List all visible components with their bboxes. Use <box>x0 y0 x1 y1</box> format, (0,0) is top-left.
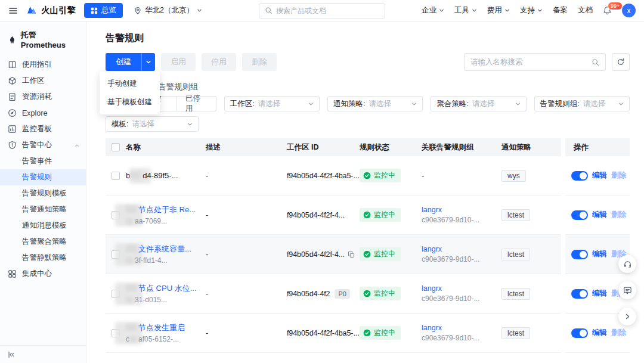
col-name: 名称 <box>126 138 206 156</box>
notify-policy-filter-select[interactable]: 通知策略: 请选择 <box>327 96 423 111</box>
create-dropdown-caret[interactable] <box>141 53 155 71</box>
nav-enterprise[interactable]: 企业 <box>422 5 444 15</box>
delete-link[interactable]: 删除 <box>611 170 626 181</box>
customer-service-button[interactable] <box>618 255 636 273</box>
sidebar-item-alert-rule-templates[interactable]: 告警规则模板 <box>0 185 86 201</box>
rule-enabled-toggle[interactable] <box>571 289 588 299</box>
rule-group-link[interactable]: langrx <box>422 324 442 332</box>
aggregation-policy-filter-select[interactable]: 聚合策略: 请选择 <box>431 96 526 111</box>
col-actions: 操作 <box>565 138 630 156</box>
enable-button[interactable]: 启用 <box>161 53 196 71</box>
rule-id: 3f-ffd1-4... <box>135 256 167 265</box>
row-checkbox[interactable] <box>112 250 120 259</box>
rule-enabled-toggle[interactable] <box>571 171 588 181</box>
create-button[interactable]: 创建 <box>106 53 155 71</box>
sidebar-item-alert-events[interactable]: 告警事件 <box>0 153 86 169</box>
rule-group-link[interactable]: langrx <box>422 284 442 293</box>
status-filter-stopped[interactable]: 已停用 <box>177 96 216 111</box>
chevron-down-icon <box>411 101 417 107</box>
rule-group-id: c90e3679-9d10-... <box>422 216 479 224</box>
sidebar-item-notify-message-templates[interactable]: 通知消息模板 <box>0 218 86 234</box>
sidebar-item-guide[interactable]: 使用指引 <box>0 57 86 73</box>
collapse-sidebar-icon[interactable] <box>7 350 16 359</box>
floating-helper-buttons <box>618 255 636 325</box>
search-icon[interactable] <box>592 58 599 66</box>
row-checkbox[interactable] <box>112 329 120 337</box>
expand-panel-button[interactable] <box>618 308 636 325</box>
row-checkbox[interactable] <box>112 172 120 180</box>
nav-tools[interactable]: 工具 <box>454 5 477 15</box>
rule-name-link[interactable]: 节点 CPU 水位... <box>138 284 197 293</box>
sidebar-item-alert-rules[interactable]: 告警规则 <box>0 169 86 185</box>
survey-feedback-button[interactable] <box>618 281 636 299</box>
name-search[interactable] <box>464 53 606 71</box>
rule-enabled-toggle[interactable] <box>571 250 588 259</box>
workspace-filter-select[interactable]: 工作区: 请选择 <box>224 96 320 111</box>
sidebar-item-alert-silence-policies[interactable]: 告警静默策略 <box>0 250 86 266</box>
avatar[interactable]: x <box>622 4 636 17</box>
edit-link[interactable]: 编辑 <box>592 249 607 259</box>
status-badge: 监控中 <box>360 247 401 261</box>
template-filter-select[interactable]: 模板: 请选择 <box>106 116 199 132</box>
edit-link[interactable]: 编辑 <box>592 170 607 181</box>
disable-button[interactable]: 停用 <box>202 53 236 71</box>
menu-item-template-create[interactable]: 基于模板创建 <box>100 93 160 111</box>
brand-logo[interactable]: 火山引擎 <box>26 5 76 16</box>
delete-button[interactable]: 删除 <box>242 53 277 71</box>
global-search[interactable] <box>259 3 385 18</box>
redaction-blur <box>126 284 137 291</box>
rule-tabs: 告警规则 告警规则组 <box>106 78 630 96</box>
row-checkbox[interactable] <box>112 211 120 219</box>
global-search-input[interactable] <box>276 7 379 15</box>
sidebar-item-explore[interactable]: Explore <box>0 105 86 121</box>
chevron-down-icon <box>618 101 624 107</box>
refresh-button[interactable] <box>612 53 630 71</box>
rule-enabled-toggle[interactable] <box>571 328 588 338</box>
row-checkbox[interactable] <box>112 290 120 298</box>
col-workspace-id: 工作区 ID <box>287 138 360 156</box>
notification-badge: 99+ <box>608 2 623 10</box>
nav-docs[interactable]: 文档 <box>578 5 593 15</box>
rule-group-link[interactable]: langrx <box>422 245 442 253</box>
edit-link[interactable]: 编辑 <box>592 210 607 220</box>
rule-name-link[interactable]: 节点处于非 Re... <box>138 205 196 214</box>
notification-bell[interactable]: 99+ <box>603 6 612 15</box>
delete-link[interactable]: 删除 <box>611 328 626 338</box>
delete-link[interactable]: 删除 <box>611 210 626 220</box>
menu-item-manual-create[interactable]: 手动创建 <box>100 75 160 93</box>
check-circle-icon <box>363 172 371 179</box>
check-circle-icon <box>363 211 371 219</box>
edit-link[interactable]: 编辑 <box>592 288 607 299</box>
rule-group-link[interactable]: langrx <box>422 206 442 214</box>
hamburger-menu-icon[interactable] <box>8 6 18 15</box>
page-title: 告警规则 <box>106 32 630 44</box>
select-all-checkbox[interactable] <box>112 143 120 151</box>
sidebar-item-alert-notify-policies[interactable]: 告警通知策略 <box>0 201 86 218</box>
rule-description: - <box>206 156 287 196</box>
overview-button[interactable]: 总览 <box>84 3 123 18</box>
rule-name-link[interactable]: 节点发生重启 <box>138 323 185 332</box>
sidebar-item-alert-center[interactable]: 告警中心 <box>0 137 86 153</box>
rule-enabled-toggle[interactable] <box>571 210 588 220</box>
rule-group-filter-select[interactable]: 告警规则组: 请选择 <box>534 96 630 111</box>
sidebar-item-workspace[interactable]: 工作区 <box>0 73 86 89</box>
redaction-blur <box>129 336 137 342</box>
tab-alert-rule-groups[interactable]: 告警规则组 <box>158 82 199 92</box>
nav-support[interactable]: 支持 <box>520 5 543 15</box>
nav-billing[interactable]: 费用 <box>487 5 510 15</box>
name-search-input[interactable] <box>470 58 588 66</box>
redaction-blur <box>126 206 137 213</box>
rule-name-link[interactable]: 文件系统容量... <box>138 244 191 253</box>
sidebar-item-dashboards[interactable]: 监控看板 <box>0 121 86 137</box>
notify-policy-tag: wys <box>501 170 526 182</box>
sidebar-item-alert-aggregation-policies[interactable]: 告警聚合策略 <box>0 234 86 250</box>
copy-icon[interactable] <box>348 251 355 258</box>
sidebar-item-integration-center[interactable]: 集成中心 <box>0 266 86 282</box>
region-selector[interactable]: 华北2（北京） <box>134 5 202 15</box>
edit-link[interactable]: 编辑 <box>592 328 607 338</box>
table-row: 文件系统容量... 3f-ffd1-4... - f94b05d4-4f2f-4… <box>106 235 630 274</box>
notify-policy-tag: lctest <box>501 209 530 221</box>
sidebar-item-resource-usage[interactable]: 资源消耗 <box>0 89 86 105</box>
nav-icp[interactable]: 备案 <box>553 5 568 15</box>
col-rule-status: 规则状态 <box>360 138 422 156</box>
